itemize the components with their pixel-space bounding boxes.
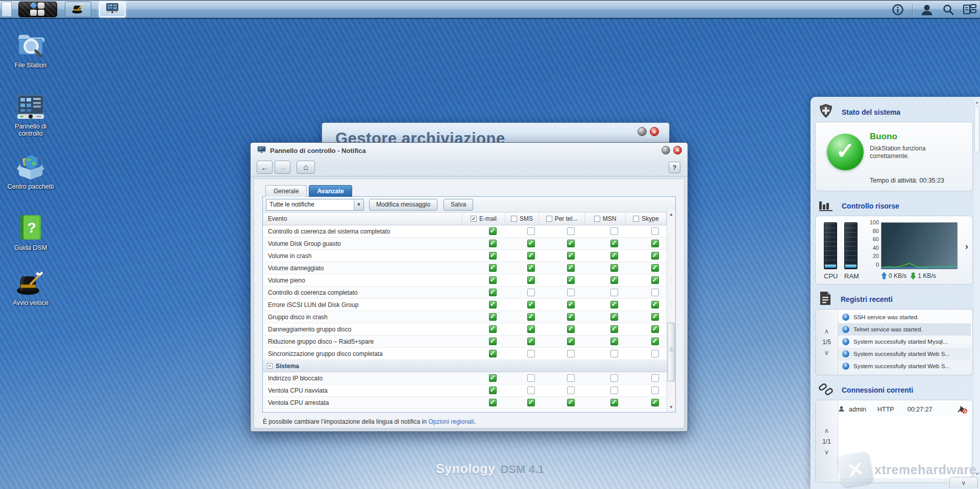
event-column-header[interactable]: Evento (263, 213, 462, 225)
close-button[interactable] (650, 127, 659, 136)
log-item[interactable]: System successfully started Web S... (838, 348, 971, 360)
header-checkbox-per-tel[interactable] (546, 216, 552, 222)
log-item[interactable]: Telnet service was started. (838, 323, 971, 336)
notify-checkbox-msn[interactable] (610, 301, 618, 308)
search-button[interactable] (941, 3, 955, 17)
notify-checkbox-sms[interactable] (527, 374, 535, 382)
table-row[interactable]: Sincronizzazione gruppo disco completata (263, 348, 675, 360)
header-checkbox-e-mail[interactable] (471, 216, 477, 222)
channel-column-header-sms[interactable]: SMS (505, 213, 539, 225)
notify-checkbox-skype[interactable] (651, 399, 659, 406)
show-desktop-button[interactable] (2, 2, 12, 17)
minimize-button[interactable] (662, 146, 670, 155)
notify-checkbox-e-mail[interactable] (489, 264, 497, 272)
notify-checkbox-skype[interactable] (651, 313, 659, 321)
notify-checkbox-skype[interactable] (651, 301, 659, 308)
notify-checkbox-skype[interactable] (651, 264, 659, 272)
table-row[interactable]: Riduzione gruppo disco – Raid5+spare (263, 336, 675, 348)
notify-checkbox-per-tel[interactable] (567, 289, 575, 296)
notify-checkbox-per-tel[interactable] (567, 350, 575, 357)
notify-checkbox-e-mail[interactable] (489, 301, 497, 308)
table-row[interactable]: Indirizzo IP bloccato (263, 372, 675, 384)
notify-checkbox-per-tel[interactable] (567, 276, 575, 284)
notify-checkbox-skype[interactable] (651, 227, 659, 235)
notify-checkbox-skype[interactable] (651, 252, 659, 260)
notify-checkbox-msn[interactable] (610, 325, 618, 333)
log-item[interactable]: SSH service was started. (838, 311, 971, 323)
notify-checkbox-e-mail[interactable] (489, 276, 497, 284)
table-row[interactable]: Danneggiamento gruppo disco (263, 323, 675, 336)
notify-checkbox-per-tel[interactable] (567, 227, 575, 235)
collapse-icon[interactable] (267, 363, 273, 369)
notify-checkbox-per-tel[interactable] (567, 387, 575, 394)
pilot-view-button[interactable] (963, 3, 977, 17)
notify-checkbox-per-tel[interactable] (567, 252, 575, 260)
help-button[interactable]: ? (669, 162, 680, 173)
table-row[interactable]: Volume Disk Group guasto (263, 238, 675, 250)
expand-arrow-icon[interactable]: › (965, 241, 968, 252)
scroll-down-icon[interactable]: ▼ (974, 472, 980, 476)
notify-checkbox-sms[interactable] (527, 240, 535, 247)
forward-button[interactable]: → (275, 161, 290, 174)
page-down-button[interactable]: ∨ (824, 449, 829, 455)
table-row[interactable]: Gruppo disco in crash (263, 311, 675, 323)
notify-checkbox-skype[interactable] (651, 350, 659, 357)
notify-checkbox-e-mail[interactable] (489, 338, 497, 345)
info-button[interactable] (891, 3, 905, 17)
window-titlebar[interactable]: Pannello di controllo - Notifica (251, 143, 688, 158)
header-checkbox-skype[interactable] (633, 216, 639, 222)
notification-filter-select[interactable]: Tutte le notifiche ▼ (266, 199, 364, 211)
scroll-thumb[interactable] (668, 323, 675, 381)
panel-collapse-button[interactable]: ∨ (949, 477, 978, 488)
notify-checkbox-e-mail[interactable] (489, 374, 497, 382)
scroll-up-icon[interactable]: ▲ (974, 100, 980, 104)
notify-checkbox-per-tel[interactable] (567, 325, 575, 333)
notify-checkbox-per-tel[interactable] (567, 301, 575, 308)
channel-column-header-msn[interactable]: MSN (585, 213, 626, 225)
page-up-button[interactable]: ∧ (824, 328, 829, 334)
notify-checkbox-e-mail[interactable] (489, 325, 497, 333)
back-button[interactable]: ← (257, 161, 273, 174)
log-item[interactable]: System successfully started Web S... (838, 360, 971, 372)
table-row[interactable]: Ventola CPU riavviata (263, 384, 675, 397)
notify-checkbox-sms[interactable] (527, 325, 535, 333)
resource-monitor-card[interactable]: CPU RAM 100806040200 › 0 KB/s 1 KB/s (815, 216, 973, 285)
log-item[interactable]: System successfully started Mysql... (838, 336, 971, 348)
scroll-down-icon[interactable]: ▼ (668, 403, 675, 411)
notify-checkbox-per-tel[interactable] (567, 264, 575, 272)
home-button[interactable]: ⌂ (297, 161, 315, 174)
notify-checkbox-msn[interactable] (610, 276, 618, 284)
notify-checkbox-msn[interactable] (610, 240, 618, 247)
channel-column-header-per-tel[interactable]: Per tel... (539, 213, 585, 225)
group-row-sistema[interactable]: Sistema (263, 360, 675, 372)
table-row[interactable]: Controllo di coerenza completato (263, 287, 675, 299)
main-menu-button[interactable] (18, 2, 57, 17)
task-button-quick-start[interactable] (65, 2, 91, 17)
notify-checkbox-e-mail[interactable] (489, 252, 497, 260)
notify-checkbox-msn[interactable] (610, 387, 618, 394)
notify-checkbox-e-mail[interactable] (489, 289, 497, 296)
table-row[interactable]: Volume pieno (263, 274, 675, 287)
notify-checkbox-sms[interactable] (527, 264, 535, 272)
notify-checkbox-e-mail[interactable] (489, 227, 497, 235)
desktop-icon-package-center[interactable]: Centro pacchetti (5, 151, 56, 190)
notify-checkbox-sms[interactable] (527, 227, 535, 235)
table-scrollbar[interactable]: ▲ ▼ (667, 210, 675, 412)
notify-checkbox-msn[interactable] (610, 227, 618, 235)
notify-checkbox-e-mail[interactable] (489, 240, 497, 247)
notify-checkbox-sms[interactable] (527, 276, 535, 284)
edit-message-button[interactable]: Modifica messaggio (369, 199, 437, 211)
regional-options-link[interactable]: Opzioni regionali (428, 418, 474, 425)
table-row[interactable]: Errore iSCSI LUN del Disk Group (263, 299, 675, 311)
notify-checkbox-msn[interactable] (610, 399, 618, 406)
widget-panel-scrollbar[interactable]: ▲ ▼ (974, 98, 980, 489)
notify-checkbox-sms[interactable] (527, 289, 535, 296)
save-button[interactable]: Salva (444, 199, 473, 211)
notify-checkbox-sms[interactable] (527, 338, 535, 345)
connection-row[interactable]: adminHTTP00:27:27 (838, 403, 970, 416)
notify-checkbox-msn[interactable] (610, 374, 618, 382)
channel-column-header-e-mail[interactable]: E-mail (462, 213, 505, 225)
task-button-control-panel[interactable] (99, 2, 126, 17)
notify-checkbox-msn[interactable] (610, 338, 618, 345)
notify-checkbox-skype[interactable] (651, 276, 659, 284)
